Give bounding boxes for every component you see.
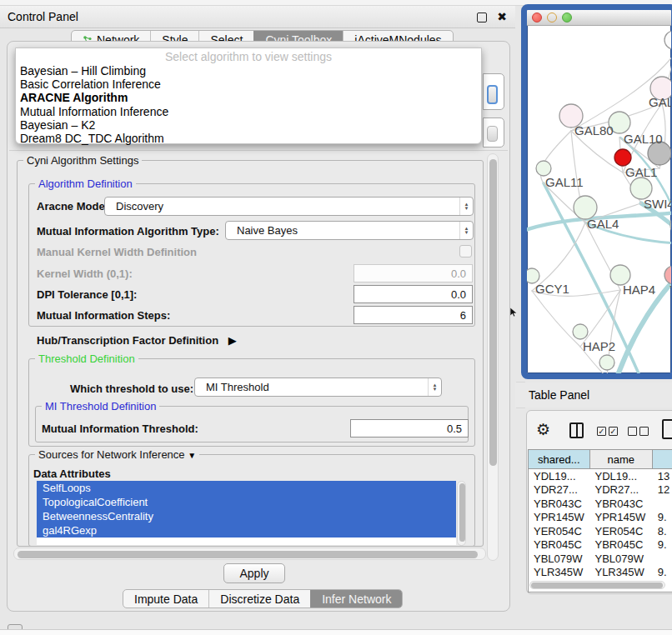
table-cell: YDR27... <box>529 483 589 496</box>
algorithm-definition-title: Algorithm Definition <box>35 178 136 189</box>
tab-impute-data[interactable]: Impute Data <box>123 590 208 608</box>
table-row[interactable]: YIL052CYIL052C9. <box>529 579 672 580</box>
gear-icon[interactable]: ⚙ <box>536 420 550 439</box>
manual-kernel-checkbox[interactable] <box>459 245 472 258</box>
settings-vscrollbar[interactable] <box>487 153 499 561</box>
network-node-label: HAP2 <box>583 339 615 353</box>
zoom-traffic-light-icon[interactable] <box>562 12 572 22</box>
table-panel-title: Table Panel <box>529 388 589 402</box>
inference-algorithm-combo-fragment[interactable] <box>483 73 504 110</box>
aracne-mode-combo[interactable]: Discovery ▲▼ <box>104 197 474 216</box>
popup-item-basic-correlation-inference[interactable]: Basic Correlation Inference <box>16 78 481 91</box>
sources-title-toggle[interactable]: Sources for Network Inference ▼ <box>35 449 199 461</box>
table-row[interactable]: YDL19...YDL19...13 <box>529 469 672 483</box>
network-node-label: GAL11 <box>545 175 584 189</box>
table-row[interactable]: YLR345WYLR345W9. <box>529 566 672 580</box>
table-cell: YPR145W <box>589 511 652 523</box>
network-node[interactable] <box>670 213 671 237</box>
table-row[interactable]: YPR145WYPR145W9. <box>529 511 672 525</box>
network-node[interactable] <box>536 161 551 176</box>
checkbox-checked-icon[interactable]: ✓ <box>609 427 618 436</box>
popup-item-bayesian-hill-climbing[interactable]: Bayesian – Hill Climbing <box>16 64 481 78</box>
mi-type-value: Naive Bayes <box>237 224 459 237</box>
mi-threshold-title: MI Threshold Definition <box>42 401 159 412</box>
split-columns-icon[interactable] <box>569 422 584 438</box>
attr-list-scrollbar[interactable] <box>457 481 466 546</box>
network-node-label: Y <box>669 282 671 297</box>
tab-label: Infer Network <box>322 592 391 606</box>
attribute-topologicalcoefficient[interactable]: TopologicalCoefficient <box>37 495 456 509</box>
network-node[interactable] <box>664 266 671 284</box>
node-table[interactable]: shared...name YDL19...YDL19...13YDR27...… <box>528 449 672 592</box>
settings-hscrollbar[interactable] <box>13 548 486 560</box>
network-titlebar[interactable] <box>527 10 671 26</box>
table-rows[interactable]: YDL19...YDL19...13YDR27...YDR27...12YBR0… <box>529 469 672 580</box>
collapsed-arrow-icon: ▶ <box>228 334 237 347</box>
float-window-icon[interactable] <box>477 12 487 22</box>
popup-item-aracne-algorithm[interactable]: ARACNE Algorithm <box>16 91 481 104</box>
tab-label: Discretize Data <box>220 592 299 606</box>
popup-item-bayesian-k2[interactable]: Bayesian – K2 <box>16 118 481 132</box>
table-cell: YLR345W <box>529 566 589 578</box>
data-attributes-list[interactable]: SelfLoopsTopologicalCoefficientBetweenne… <box>37 481 456 545</box>
network-node[interactable] <box>599 355 614 370</box>
table-row[interactable]: YBR045CYBR045C9. <box>529 538 672 552</box>
table-cell: 12 <box>653 483 672 496</box>
mi-threshold-field[interactable]: 0.5 <box>350 419 469 438</box>
table-cell: 13 <box>653 470 672 482</box>
network-combo-fragment[interactable] <box>483 118 504 148</box>
attribute-gal4rgexp[interactable]: gal4RGexp <box>37 523 456 538</box>
mi-type-label: Mutual Information Algorithm Type: <box>37 225 219 238</box>
table-cell: 9. <box>653 511 672 523</box>
checkbox-checked-icon[interactable]: ✓ <box>597 427 606 436</box>
threshold-title: Threshold Definition <box>35 353 138 364</box>
which-threshold-combo[interactable]: MI Threshold ▲▼ <box>194 378 442 397</box>
table-row[interactable]: YDR27...YDR27...12 <box>529 483 672 498</box>
mi-type-combo[interactable]: Naive Bayes ▲▼ <box>225 221 474 240</box>
network-node[interactable] <box>664 31 671 49</box>
network-edge <box>532 291 580 347</box>
dpi-tolerance-field[interactable]: 0.0 <box>354 285 473 303</box>
network-node-label: GAL80 <box>574 123 614 138</box>
minimize-traffic-light-icon[interactable] <box>547 12 557 22</box>
network-node[interactable] <box>614 149 631 166</box>
table-cell: YBR043C <box>589 498 652 510</box>
close-icon[interactable]: ✖ <box>497 10 507 23</box>
table-row[interactable]: YBL079WYBL079W <box>529 552 672 566</box>
checkbox-unchecked-icon[interactable] <box>628 427 637 436</box>
column-header-shared[interactable]: shared... <box>529 450 590 468</box>
mi-steps-field[interactable]: 6 <box>354 306 473 324</box>
table-cell: YBL079W <box>589 552 652 565</box>
bottom-tab-bar: Impute DataDiscretize DataInfer Network <box>123 589 403 608</box>
table-cell: 9. <box>653 566 672 578</box>
table-cell: YDL19... <box>589 470 652 482</box>
tab-discretize-data[interactable]: Discretize Data <box>208 590 310 608</box>
table-row[interactable]: YBR043CYBR043C <box>529 497 672 511</box>
cyni-settings-title: Cyni Algorithm Settings <box>23 155 142 166</box>
column-header-partial[interactable] <box>653 450 672 468</box>
apply-button[interactable]: Apply <box>223 563 285 583</box>
table-panel-header: Table Panel <box>515 382 672 408</box>
table-header-row[interactable]: shared...name <box>529 450 672 469</box>
table-cell: YER054C <box>529 525 589 538</box>
table-hscrollbar-thumb[interactable] <box>531 582 663 588</box>
document-icon[interactable] <box>662 419 672 439</box>
tab-infer-network[interactable]: Infer Network <box>310 590 402 608</box>
network-node[interactable] <box>573 324 588 339</box>
table-row[interactable]: YER054CYER054C8. <box>529 524 672 538</box>
network-canvas[interactable]: GALGAL80GAL10GAL1GAL11SWI4GAL4GCY1HAP4YH… <box>527 25 671 373</box>
checkbox-unchecked-icon[interactable] <box>639 427 649 436</box>
attribute-selfloops[interactable]: SelfLoops <box>37 481 456 495</box>
network-node-label: HAP4 <box>623 282 655 297</box>
column-header-name[interactable]: name <box>590 450 653 468</box>
bottom-strip <box>0 629 672 635</box>
kernel-width-field[interactable]: 0.0 <box>354 264 473 282</box>
network-edge <box>532 222 585 291</box>
table-cell: YPR145W <box>529 511 589 523</box>
popup-item-dream8-dc-tdc-algorithm[interactable]: Dream8 DC_TDC Algorithm <box>16 132 481 145</box>
hub-section-toggle[interactable]: Hub/Transcription Factor Definition ▶ <box>37 334 237 347</box>
popup-item-mutual-information-inference[interactable]: Mutual Information Inference <box>16 105 481 118</box>
network-node[interactable] <box>574 196 597 219</box>
attribute-betweennesscentrality[interactable]: BetweennessCentrality <box>37 509 456 523</box>
close-traffic-light-icon[interactable] <box>532 12 542 22</box>
